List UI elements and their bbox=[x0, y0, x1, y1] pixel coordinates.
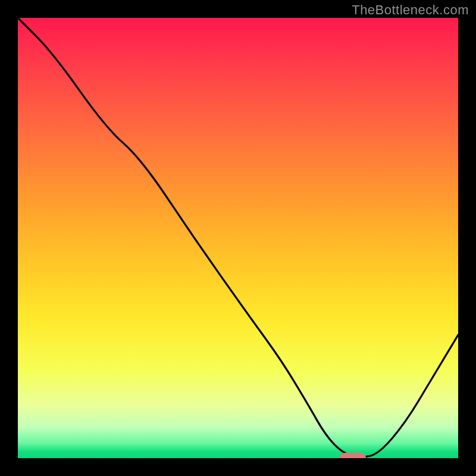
bottleneck-curve bbox=[18, 18, 458, 457]
optimal-point-marker bbox=[339, 453, 365, 458]
watermark-text: TheBottleneck.com bbox=[352, 2, 469, 18]
plot-area bbox=[18, 18, 458, 458]
curve-layer bbox=[18, 18, 458, 458]
chart-frame: TheBottleneck.com bbox=[0, 0, 476, 476]
